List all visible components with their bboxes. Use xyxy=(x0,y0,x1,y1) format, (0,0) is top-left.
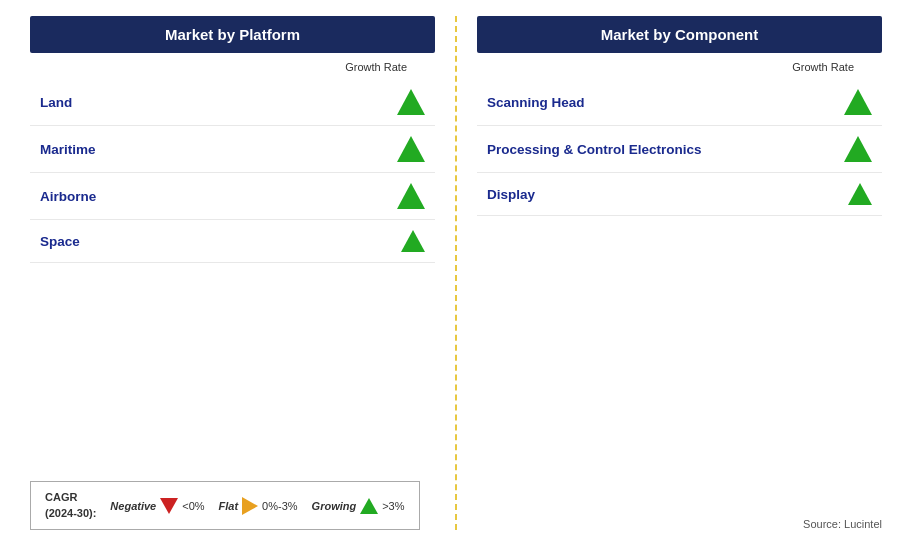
up-arrow-icon xyxy=(397,183,425,209)
list-item: Airborne xyxy=(30,173,435,220)
legend-growing-value: >3% xyxy=(382,500,404,512)
legend-growing-label: Growing xyxy=(312,500,357,512)
right-growth-rate-label: Growth Rate xyxy=(477,61,882,73)
legend-box: CAGR(2024-30): Negative <0% Flat 0%-3% G… xyxy=(30,481,420,530)
left-panel: Market by Platform Growth Rate Land Mari… xyxy=(20,16,445,530)
left-panel-title: Market by Platform xyxy=(30,16,435,53)
panel-divider xyxy=(455,16,457,530)
up-arrow-icon xyxy=(360,498,378,514)
platform-land: Land xyxy=(40,95,72,110)
list-item: Scanning Head xyxy=(477,79,882,126)
legend-cagr-label: CAGR(2024-30): xyxy=(45,490,96,521)
list-item: Display xyxy=(477,173,882,216)
legend-negative-label: Negative xyxy=(110,500,156,512)
legend-flat-value: 0%-3% xyxy=(262,500,297,512)
legend-negative-value: <0% xyxy=(182,500,204,512)
right-panel: Market by Component Growth Rate Scanning… xyxy=(467,16,892,530)
up-arrow-icon xyxy=(397,136,425,162)
list-item: Space xyxy=(30,220,435,263)
up-arrow-icon xyxy=(848,183,872,205)
list-item: Processing & Control Electronics xyxy=(477,126,882,173)
component-scanning-head: Scanning Head xyxy=(487,95,585,110)
component-display: Display xyxy=(487,187,535,202)
down-arrow-icon xyxy=(160,498,178,514)
left-growth-rate-label: Growth Rate xyxy=(30,61,435,73)
legend-negative: Negative <0% xyxy=(110,498,204,514)
up-arrow-icon xyxy=(844,136,872,162)
legend-flat: Flat 0%-3% xyxy=(219,497,298,515)
list-item: Maritime xyxy=(30,126,435,173)
up-arrow-icon xyxy=(401,230,425,252)
list-item: Land xyxy=(30,79,435,126)
up-arrow-icon xyxy=(397,89,425,115)
legend-growing: Growing >3% xyxy=(312,498,405,514)
platform-space: Space xyxy=(40,234,80,249)
component-processing-control: Processing & Control Electronics xyxy=(487,142,702,157)
right-arrow-icon xyxy=(242,497,258,515)
platform-airborne: Airborne xyxy=(40,189,96,204)
up-arrow-icon xyxy=(844,89,872,115)
platform-maritime: Maritime xyxy=(40,142,96,157)
right-panel-title: Market by Component xyxy=(477,16,882,53)
legend-flat-label: Flat xyxy=(219,500,239,512)
source-label: Source: Lucintel xyxy=(477,508,882,530)
